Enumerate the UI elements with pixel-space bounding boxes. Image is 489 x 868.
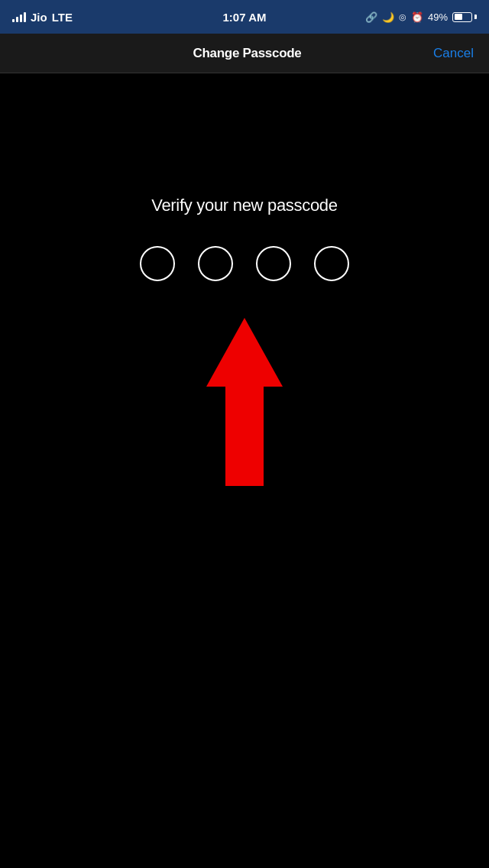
passcode-dot-2 — [198, 246, 233, 281]
passcode-dot-1 — [140, 246, 175, 281]
battery-percent-label: 49% — [428, 11, 448, 23]
cancel-button[interactable]: Cancel — [433, 46, 474, 61]
network-type-label: LTE — [52, 11, 73, 24]
passcode-dot-3 — [256, 246, 291, 281]
status-left: Jio LTE — [12, 11, 73, 24]
alarm-icon: ⏰ — [411, 11, 423, 23]
passcode-dot-4 — [314, 246, 349, 281]
status-time: 1:07 AM — [223, 11, 267, 24]
verify-label: Verify your new passcode — [151, 196, 338, 215]
page-title: Change Passcode — [61, 46, 433, 61]
location-icon: ◎ — [399, 12, 406, 22]
passcode-dots — [140, 246, 349, 281]
main-content: Verify your new passcode — [0, 73, 489, 868]
arrow-indicator — [199, 318, 290, 486]
battery-icon — [452, 12, 477, 22]
nav-bar: Change Passcode Cancel — [0, 34, 489, 73]
signal-icon — [12, 11, 26, 22]
link-icon: 🔗 — [365, 11, 377, 23]
status-bar: Jio LTE 1:07 AM 🔗 🌙 ◎ ⏰ 49% — [0, 0, 489, 34]
red-arrow-icon — [199, 318, 290, 486]
svg-marker-0 — [206, 318, 283, 486]
time-label: 1:07 AM — [223, 11, 267, 24]
moon-icon: 🌙 — [382, 11, 394, 23]
status-right: 🔗 🌙 ◎ ⏰ 49% — [365, 11, 477, 23]
carrier-label: Jio — [31, 11, 47, 24]
